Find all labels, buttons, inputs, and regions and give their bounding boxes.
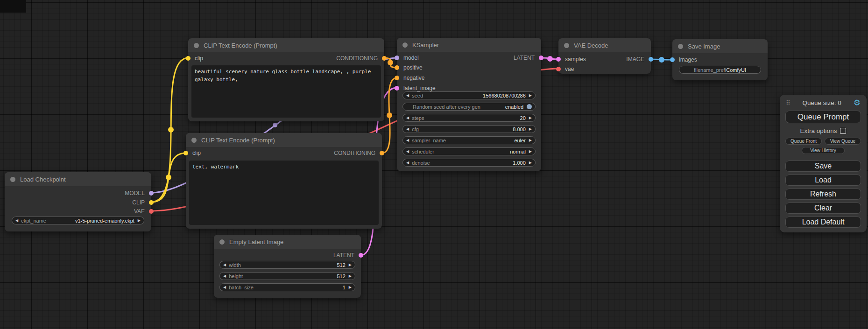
output-slot-latent[interactable]	[359, 253, 363, 258]
input-slot-model[interactable]	[395, 56, 399, 60]
widget-cfg[interactable]: ◀ cfg 8.000 ▶	[402, 125, 536, 133]
output-slot-conditioning[interactable]	[380, 151, 384, 155]
node-title-label: CLIP Text Encode (Prompt)	[201, 137, 275, 144]
gear-icon[interactable]: ⚙	[854, 99, 861, 107]
input-label-latent-image: latent_image	[403, 85, 436, 91]
queue-front-button[interactable]: Queue Front	[785, 138, 822, 145]
decrement-arrow-icon[interactable]: ◀	[406, 150, 409, 154]
node-ksampler[interactable]: KSampler model LATENT positive negative …	[397, 38, 541, 171]
decrement-arrow-icon[interactable]: ◀	[406, 94, 409, 98]
widget-value: 512	[337, 273, 345, 279]
widget-width[interactable]: ◀ width 512 ▶	[219, 261, 355, 269]
node-title-clip-positive[interactable]: CLIP Text Encode (Prompt)	[188, 38, 384, 52]
increment-arrow-icon[interactable]: ▶	[349, 286, 352, 289]
widget-label: Random seed after every gen	[413, 104, 502, 110]
node-clip-text-encode-negative[interactable]: CLIP Text Encode (Prompt) clip CONDITION…	[186, 133, 382, 229]
decrement-arrow-icon[interactable]: ◀	[223, 286, 226, 289]
widget-sampler-name[interactable]: ◀ sampler_name euler ▶	[402, 136, 536, 144]
collapse-dot-icon[interactable]	[219, 239, 225, 245]
node-save-image[interactable]: Save Image images filename_prefix ComfyU…	[672, 39, 768, 80]
widget-value: 20	[520, 115, 526, 121]
node-vae-decode[interactable]: VAE Decode samples IMAGE vae	[558, 38, 651, 74]
increment-arrow-icon[interactable]: ▶	[349, 263, 352, 267]
widget-value: 1.000	[513, 160, 526, 166]
increment-arrow-icon[interactable]: ▶	[529, 116, 532, 120]
output-slot-latent[interactable]	[539, 56, 543, 60]
widget-value: normal	[510, 149, 526, 154]
node-clip-text-encode-positive[interactable]: CLIP Text Encode (Prompt) clip CONDITION…	[188, 38, 384, 121]
refresh-button[interactable]: Refresh	[785, 189, 861, 200]
decrement-arrow-icon[interactable]: ◀	[223, 274, 226, 278]
node-title-label: Load Checkpoint	[20, 176, 66, 183]
input-slot-clip[interactable]	[183, 151, 188, 155]
prompt-textarea-negative[interactable]: text, watermark	[189, 161, 379, 225]
collapse-dot-icon[interactable]	[678, 44, 683, 49]
seed-toggle[interactable]	[527, 104, 532, 109]
increment-arrow-icon[interactable]: ▶	[349, 274, 352, 278]
widget-random-seed[interactable]: Random seed after every gen enabled	[402, 103, 536, 111]
collapse-dot-icon[interactable]	[191, 138, 197, 143]
input-slot-latent-image[interactable]	[395, 86, 399, 91]
decrement-arrow-icon[interactable]: ◀	[15, 219, 18, 223]
drag-handle-icon[interactable]: ⠿	[786, 99, 790, 106]
decrement-arrow-icon[interactable]: ◀	[223, 263, 226, 267]
input-label-model: model	[403, 55, 419, 61]
widget-steps[interactable]: ◀ steps 20 ▶	[402, 114, 536, 122]
input-slot-vae[interactable]	[556, 67, 561, 71]
view-queue-button[interactable]: View Queue	[825, 138, 861, 145]
collapse-dot-icon[interactable]	[194, 43, 199, 48]
node-title-empty-latent[interactable]: Empty Latent Image	[214, 235, 361, 249]
increment-arrow-icon[interactable]: ▶	[529, 127, 532, 131]
extra-options-checkbox[interactable]	[840, 128, 846, 134]
widget-ckpt-name[interactable]: ◀ ckpt_name v1-5-pruned-emaonly.ckpt ▶	[12, 217, 144, 224]
decrement-arrow-icon[interactable]: ◀	[406, 161, 409, 165]
increment-arrow-icon[interactable]: ▶	[529, 94, 532, 98]
widget-value: 512	[337, 262, 345, 268]
increment-arrow-icon[interactable]: ▶	[529, 161, 532, 165]
wire-midpoint-dot	[166, 175, 171, 180]
view-history-button[interactable]: View History	[802, 147, 845, 154]
input-slot-positive[interactable]	[395, 65, 399, 70]
clear-button[interactable]: Clear	[785, 203, 861, 214]
input-slot-negative[interactable]	[395, 76, 399, 80]
node-title-clip-negative[interactable]: CLIP Text Encode (Prompt)	[186, 133, 382, 147]
output-label-image: IMAGE	[626, 56, 644, 63]
increment-arrow-icon[interactable]: ▶	[138, 219, 141, 223]
output-slot-model[interactable]	[149, 191, 154, 196]
widget-batch-size[interactable]: ◀ batch_size 1 ▶	[219, 283, 355, 291]
output-slot-clip[interactable]	[149, 200, 154, 205]
node-title-save-image[interactable]: Save Image	[672, 39, 768, 53]
output-slot-image[interactable]	[649, 57, 653, 62]
save-button[interactable]: Save	[785, 161, 861, 172]
widget-label: seed	[412, 93, 480, 98]
input-slot-clip[interactable]	[186, 56, 191, 61]
output-slot-conditioning[interactable]	[382, 56, 387, 61]
input-slot-samples[interactable]	[556, 57, 561, 62]
load-button[interactable]: Load	[785, 175, 861, 186]
node-title-ksampler[interactable]: KSampler	[397, 38, 541, 52]
queue-prompt-button[interactable]: Queue Prompt	[785, 111, 861, 123]
node-load-checkpoint[interactable]: Load Checkpoint MODEL CLIP VAE ◀ ckpt_na…	[5, 172, 151, 231]
decrement-arrow-icon[interactable]: ◀	[406, 139, 409, 142]
queue-size-label: Queue size: 0	[790, 99, 854, 106]
output-slot-vae[interactable]	[149, 209, 154, 214]
load-default-button[interactable]: Load Default	[785, 217, 861, 228]
collapse-dot-icon[interactable]	[10, 177, 15, 182]
increment-arrow-icon[interactable]: ▶	[529, 150, 532, 154]
widget-denoise[interactable]: ◀ denoise 1.000 ▶	[402, 159, 536, 167]
node-graph-canvas[interactable]: Load Checkpoint MODEL CLIP VAE ◀ ckpt_na…	[0, 0, 868, 329]
input-slot-images[interactable]	[670, 57, 675, 62]
increment-arrow-icon[interactable]: ▶	[529, 139, 532, 142]
collapse-dot-icon[interactable]	[402, 42, 408, 48]
node-title-load-checkpoint[interactable]: Load Checkpoint	[5, 172, 151, 186]
widget-scheduler[interactable]: ◀ scheduler normal ▶	[402, 147, 536, 155]
widget-filename-prefix[interactable]: filename_prefix ComfyUI	[679, 66, 761, 74]
node-empty-latent-image[interactable]: Empty Latent Image LATENT ◀ width 512 ▶ …	[214, 235, 361, 298]
widget-height[interactable]: ◀ height 512 ▶	[219, 272, 355, 280]
collapse-dot-icon[interactable]	[564, 43, 569, 48]
node-title-vae-decode[interactable]: VAE Decode	[558, 38, 651, 52]
widget-seed[interactable]: ◀ seed 156680208700286 ▶	[402, 91, 536, 99]
prompt-textarea-positive[interactable]: beautiful scenery nature glass bottle la…	[191, 65, 381, 118]
decrement-arrow-icon[interactable]: ◀	[406, 116, 409, 120]
decrement-arrow-icon[interactable]: ◀	[406, 127, 409, 131]
